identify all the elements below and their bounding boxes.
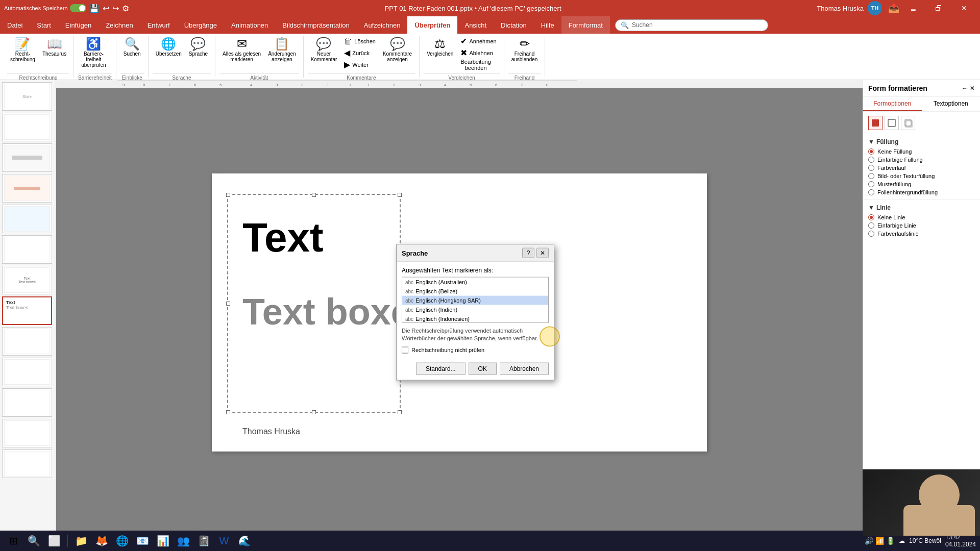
radio-keine-linie[interactable]: Keine Linie	[868, 214, 975, 220]
tab-formoptionen[interactable]: Formoptionen	[863, 97, 922, 111]
btn-sprache[interactable]: 💬 Sprache	[186, 36, 211, 72]
tab-ueberpruefen[interactable]: Überprüfen	[407, 16, 457, 34]
btn-barrierefreiheit[interactable]: ♿ Barriere-freiheitüberprüfen	[78, 36, 109, 72]
tab-formformat[interactable]: Formformat	[561, 16, 610, 34]
taskbar-chrome[interactable]: 🌐	[113, 532, 131, 550]
taskbar-powerpoint[interactable]: 📊	[154, 532, 172, 550]
autosave-toggle[interactable]	[70, 4, 86, 12]
lang-item-1[interactable]: abc Englisch (Australien)	[402, 278, 548, 287]
radio-einfarbige-linie[interactable]: Einfarbige Linie	[868, 222, 975, 229]
taskbar-teams[interactable]: 👥	[174, 532, 192, 550]
shape-effect-icon[interactable]	[901, 116, 915, 130]
expand-linie-icon[interactable]: ▼	[868, 204, 874, 211]
slide-thumb-63[interactable]: 63	[2, 449, 52, 478]
btn-freihand[interactable]: ✏ Freihandausblenden	[508, 36, 541, 72]
btn-standard[interactable]: Standard...	[416, 362, 465, 374]
slide-thumb-58[interactable]: 58 Text Text boxes	[2, 296, 52, 325]
slide-thumb-51[interactable]: 51 Slide	[2, 82, 52, 111]
btn-kommentare-anzeigen[interactable]: 💬 Kommentareanzeigen	[380, 36, 415, 72]
tab-bildschirm[interactable]: Bildschirmpräsentation	[275, 16, 357, 34]
expand-fullung-icon[interactable]: ▼	[868, 138, 874, 145]
radio-farbverlauf[interactable]: Farbverlauf	[868, 165, 975, 171]
tab-dictation[interactable]: Dictation	[494, 16, 534, 34]
start-button[interactable]: ⊞	[4, 532, 22, 550]
search-bar[interactable]: 🔍 Suchen	[615, 19, 768, 31]
tab-start[interactable]: Start	[30, 16, 58, 34]
btn-alles-gelesen[interactable]: ✉ Alles als gelesenmarkieren	[219, 36, 264, 72]
btn-bearbeitung-beenden[interactable]: Bearbeitungbeenden	[457, 59, 499, 70]
lang-item-5[interactable]: abc Englisch (Indonesien)	[402, 314, 548, 323]
slide-thumb-62[interactable]: 62	[2, 419, 52, 447]
slide-thumb-57[interactable]: 57 Text Text boxes	[2, 266, 52, 294]
slide-thumb-56[interactable]: 56	[2, 235, 52, 264]
panel-close-icon[interactable]: ✕	[970, 85, 975, 92]
close-button[interactable]: ✕	[952, 0, 976, 16]
slide-thumb-61[interactable]: 61	[2, 388, 52, 417]
btn-rechtschreibung[interactable]: 📝 Recht-schreibung	[7, 36, 38, 72]
tab-entwurf[interactable]: Entwurf	[140, 16, 177, 34]
taskbar-edge[interactable]: 🌊	[235, 532, 254, 550]
language-list[interactable]: abc Englisch (Australien) abc Englisch (…	[402, 277, 549, 323]
btn-vergleichen[interactable]: ⚖ Vergleichen	[424, 36, 456, 72]
undo-icon[interactable]: ↩	[103, 4, 109, 13]
thesaurus-icon: 📖	[47, 38, 62, 50]
minimize-button[interactable]: 🗕	[901, 0, 925, 16]
slide-panel[interactable]: 51 Slide 52 53 54 55 56 57	[0, 80, 56, 536]
tab-einfuegen[interactable]: Einfügen	[58, 16, 99, 34]
redo-icon[interactable]: ↪	[112, 4, 119, 13]
taskbar-onenote[interactable]: 📓	[194, 532, 213, 550]
btn-ok[interactable]: OK	[469, 362, 497, 374]
slide-thumb-60[interactable]: 60	[2, 358, 52, 386]
btn-annehmen[interactable]: ✔ Annehmen	[457, 36, 499, 47]
radio-bild-textur[interactable]: Bild- oder Texturfüllung	[868, 173, 975, 179]
btn-neuer-kommentar[interactable]: 💬 NeuerKommentar	[308, 36, 340, 72]
taskbar-outlook[interactable]: 📧	[133, 532, 152, 550]
btn-suchen[interactable]: 🔍 Suchen	[120, 36, 144, 72]
shape-border-icon[interactable]	[885, 116, 899, 130]
radio-muster[interactable]: Musterfüllung	[868, 181, 975, 187]
btn-aenderungen[interactable]: 📋 Änderungenanzeigen	[265, 36, 299, 72]
radio-folien-hintergrund[interactable]: Folienhintergrundfüllung	[868, 189, 975, 195]
slide-canvas[interactable]: Text Text boxes Thomas Hruska Sprache ? …	[212, 173, 707, 452]
lang-item-2[interactable]: abc Englisch (Belize)	[402, 287, 548, 296]
dialog-help-button[interactable]: ?	[522, 248, 534, 258]
customize-icon[interactable]: ⚙	[122, 4, 129, 13]
tab-ansicht[interactable]: Ansicht	[457, 16, 494, 34]
slide-thumb-59[interactable]: 59	[2, 327, 52, 356]
btn-weiter[interactable]: ▶ Weiter	[341, 59, 379, 70]
slide-thumb-53[interactable]: 53	[2, 143, 52, 172]
restore-button[interactable]: 🗗	[927, 0, 950, 16]
btn-zurueck[interactable]: ◀ Zurück	[341, 47, 379, 59]
tab-textoptionen[interactable]: Textoptionen	[922, 97, 981, 111]
slide-thumb-54[interactable]: 54	[2, 174, 52, 203]
search-taskbar[interactable]: 🔍	[24, 532, 43, 550]
btn-cancel[interactable]: Abbrechen	[500, 362, 549, 374]
tab-datei[interactable]: Datei	[0, 16, 30, 34]
tab-aufzeichnen[interactable]: Aufzeichnen	[357, 16, 408, 34]
tab-uebergaenge[interactable]: Übergänge	[177, 16, 224, 34]
share-icon[interactable]: 📤	[888, 3, 899, 14]
slide-thumb-52[interactable]: 52	[2, 113, 52, 141]
dialog-close-button[interactable]: ✕	[536, 248, 549, 258]
taskbar-explorer[interactable]: 📁	[72, 532, 90, 550]
btn-ablehnen[interactable]: ✖ Ablehnen	[457, 47, 499, 59]
btn-loeschen[interactable]: 🗑 Löschen	[341, 36, 379, 47]
taskbar-word[interactable]: W	[215, 532, 233, 550]
btn-uebersetzen[interactable]: 🌐 Übersetzen	[153, 36, 185, 72]
save-icon[interactable]: 💾	[89, 4, 100, 13]
lang-item-3[interactable]: abc Englisch (Hongkong SAR)	[402, 296, 548, 305]
btn-thesaurus[interactable]: 📖 Thesaurus	[39, 36, 69, 72]
taskbar-firefox[interactable]: 🦊	[92, 532, 111, 550]
slide-thumb-55[interactable]: 55	[2, 205, 52, 233]
radio-einfarbige-fullung[interactable]: Einfarbige Füllung	[868, 157, 975, 163]
radio-keine-fullung[interactable]: Keine Füllung	[868, 148, 975, 155]
shape-fill-icon[interactable]	[868, 116, 883, 130]
radio-farbverlaufslinie[interactable]: Farbverlaufslinie	[868, 231, 975, 237]
taskview-btn[interactable]: ⬜	[45, 532, 63, 550]
panel-back-icon[interactable]: ←	[962, 85, 968, 92]
tab-animationen[interactable]: Animationen	[224, 16, 275, 34]
tab-zeichnen[interactable]: Zeichnen	[99, 16, 140, 34]
spellcheck-checkbox[interactable]	[402, 346, 408, 353]
lang-item-4[interactable]: abc Englisch (Indien)	[402, 305, 548, 314]
tab-hilfe[interactable]: Hilfe	[534, 16, 561, 34]
